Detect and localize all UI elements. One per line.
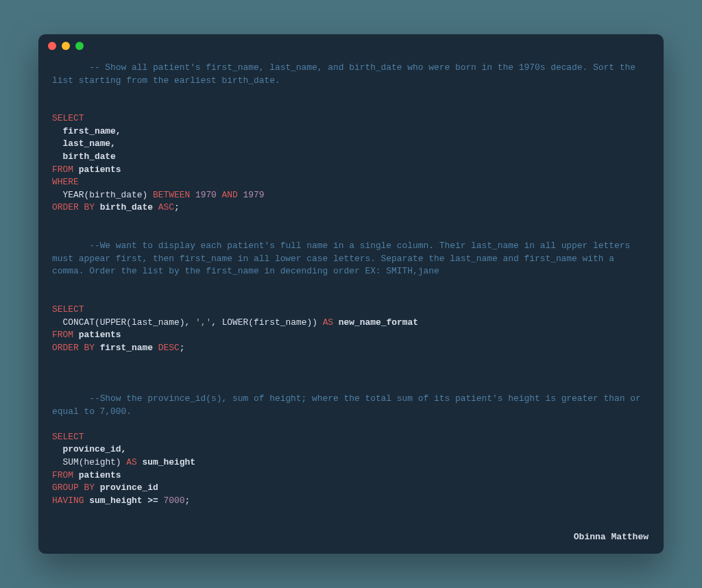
column: first_name, <box>52 126 121 136</box>
keyword-as: AS <box>323 317 333 328</box>
paren: ( <box>95 317 100 328</box>
alias: sum_height <box>137 457 195 467</box>
group-column: province_id <box>95 482 158 493</box>
sql-comment: --We want to display each patient's full… <box>52 241 636 276</box>
args: (first_name)) <box>248 317 322 328</box>
column: birth_date <box>52 151 116 162</box>
keyword-as: AS <box>126 457 136 467</box>
func-lower: LOWER <box>222 317 249 328</box>
order-column: first_name <box>95 343 158 353</box>
keyword-groupby: GROUP BY <box>52 482 95 493</box>
keyword-having: HAVING <box>52 495 84 506</box>
keyword-orderby: ORDER BY <box>52 202 95 212</box>
column: province_id, <box>52 444 126 454</box>
semicolon: ; <box>174 202 180 212</box>
func-concat: CONCAT <box>52 317 95 328</box>
keyword-between: BETWEEN <box>153 190 190 200</box>
sql-comment: --Show the province_id(s), sum of height… <box>52 393 646 417</box>
maximize-icon[interactable] <box>75 42 84 50</box>
args: (last_name), <box>126 317 195 328</box>
number: 1979 <box>238 190 265 200</box>
func-upper: UPPER <box>100 317 127 328</box>
number: 7000 <box>163 495 184 506</box>
number: 1970 <box>190 190 217 200</box>
keyword-desc: DESC <box>158 343 180 353</box>
sep: , <box>211 317 221 328</box>
args: (birth_date) <box>84 190 153 200</box>
table: patients <box>73 470 121 480</box>
code-area: -- Show all patient's first_name, last_n… <box>38 58 664 554</box>
having-expr: sum_height >= <box>84 495 163 506</box>
sql-comment: -- Show all patient's first_name, last_n… <box>52 62 641 86</box>
semicolon: ; <box>180 343 185 353</box>
func-sum: SUM <box>52 457 79 467</box>
titlebar <box>38 34 664 58</box>
keyword-asc: ASC <box>158 202 174 212</box>
func-year: YEAR <box>52 190 84 200</box>
semicolon: ; <box>184 495 190 506</box>
string-literal: ',' <box>195 317 211 328</box>
order-column: birth_date <box>95 202 158 212</box>
keyword-select: SELECT <box>52 113 84 123</box>
keyword-and: AND <box>217 190 238 200</box>
keyword-from: FROM <box>52 470 73 480</box>
keyword-where: WHERE <box>52 177 79 187</box>
keyword-select: SELECT <box>52 432 84 442</box>
keyword-from: FROM <box>52 330 73 340</box>
table: patients <box>73 164 121 175</box>
args: (height) <box>79 457 127 467</box>
alias: new_name_format <box>333 317 418 328</box>
keyword-from: FROM <box>52 164 73 175</box>
terminal-window: -- Show all patient's first_name, last_n… <box>38 34 664 554</box>
column: last_name, <box>52 138 116 149</box>
author-label: Obinna Matthew <box>574 531 649 544</box>
keyword-select: SELECT <box>52 304 84 315</box>
close-icon[interactable] <box>48 42 56 50</box>
keyword-orderby: ORDER BY <box>52 343 95 353</box>
table: patients <box>73 330 121 340</box>
minimize-icon[interactable] <box>62 42 70 50</box>
